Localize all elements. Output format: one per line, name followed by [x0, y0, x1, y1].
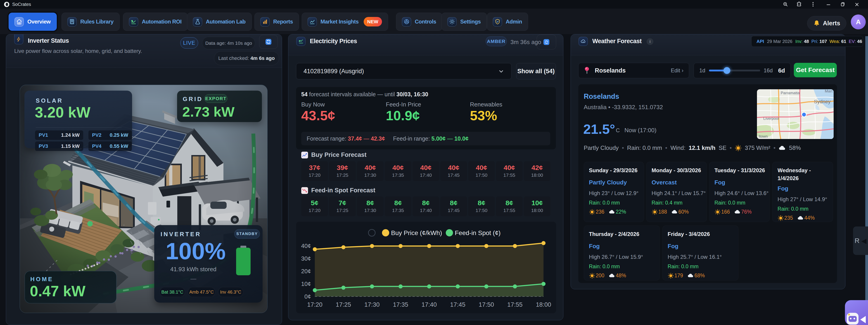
svg-text:17:45: 17:45 — [450, 301, 465, 308]
svg-text:30¢: 30¢ — [301, 255, 311, 262]
svg-text:10¢: 10¢ — [301, 281, 311, 287]
svg-text:18:00: 18:00 — [536, 301, 551, 308]
svg-text:0¢: 0¢ — [304, 293, 311, 300]
svg-text:17:20: 17:20 — [307, 301, 322, 308]
svg-text:17:25: 17:25 — [336, 301, 351, 308]
svg-text:Buy Price (¢/kWh): Buy Price (¢/kWh) — [391, 229, 442, 236]
svg-text:17:30: 17:30 — [364, 301, 380, 308]
svg-text:40¢: 40¢ — [301, 242, 311, 249]
svg-text:20¢: 20¢ — [301, 268, 311, 274]
svg-text:Parramatta: Parramatta — [781, 91, 800, 95]
svg-text:17:55: 17:55 — [507, 301, 523, 308]
svg-text:Sydney: Sydney — [814, 99, 831, 104]
svg-text:17:50: 17:50 — [479, 301, 494, 308]
svg-text:Feed-in Spot (¢): Feed-in Spot (¢) — [455, 229, 500, 236]
svg-text:17:35: 17:35 — [393, 301, 408, 308]
svg-text:Mart: Mart — [825, 89, 833, 93]
svg-text:17:40: 17:40 — [422, 301, 437, 308]
svg-text:ltown: ltown — [759, 134, 768, 138]
svg-text:Liverpool: Liverpool — [763, 117, 779, 121]
